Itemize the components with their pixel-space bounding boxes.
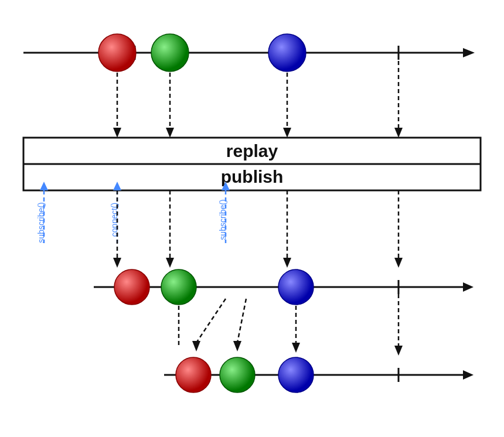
main-diagram: replay publish subscribe() connect() su (0, 0, 504, 437)
svg-line-39 (237, 299, 246, 343)
subscribe2-label: subscribe() (218, 199, 227, 240)
svg-point-50 (220, 357, 255, 392)
svg-line-37 (196, 299, 226, 343)
svg-point-34 (114, 269, 149, 305)
svg-point-6 (268, 34, 306, 71)
replay-label: replay (226, 141, 278, 161)
svg-point-35 (161, 269, 196, 305)
subscribe1-label: subscribe() (36, 202, 46, 243)
svg-marker-22 (113, 258, 121, 268)
svg-marker-24 (166, 258, 174, 268)
svg-marker-32 (463, 282, 474, 292)
svg-point-5 (151, 34, 189, 71)
diagram-canvas: replay publish subscribe() connect() su (0, 0, 504, 437)
svg-marker-47 (463, 370, 474, 380)
svg-point-49 (176, 357, 211, 392)
publish-label: publish (221, 167, 284, 186)
svg-marker-12 (283, 128, 291, 138)
svg-point-4 (98, 34, 136, 71)
svg-marker-28 (283, 258, 291, 268)
svg-marker-45 (394, 346, 403, 356)
svg-marker-8 (113, 128, 121, 138)
svg-marker-10 (166, 128, 174, 138)
svg-marker-30 (394, 258, 403, 268)
svg-marker-40 (233, 341, 241, 351)
svg-marker-1 (463, 48, 475, 57)
svg-marker-38 (192, 341, 200, 351)
svg-marker-42 (292, 343, 300, 353)
svg-marker-14 (394, 128, 403, 138)
svg-point-36 (278, 269, 314, 305)
svg-point-51 (278, 357, 314, 392)
